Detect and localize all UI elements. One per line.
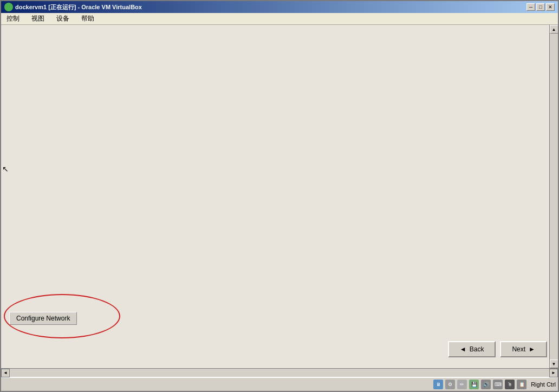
next-label: Next [512,345,525,353]
menu-item-control[interactable]: 控制 [3,13,23,24]
menu-item-help[interactable]: 帮助 [78,13,98,24]
vm-content-area: ↖ ▲ ▼ Configure Network ◄ Back Next ► [1,25,558,368]
title-bar-left: dockervm1 [正在运行] - Oracle VM VirtualBox [4,3,142,11]
taskbar-icon-7[interactable]: 🖱 [505,380,515,389]
mouse-cursor: ↖ [2,165,9,173]
taskbar-icon-8[interactable]: 📋 [517,380,526,389]
configure-network-button[interactable]: Configure Network [9,312,77,325]
minimize-button[interactable]: ─ [526,3,535,11]
scroll-up-button[interactable]: ▲ [550,25,558,34]
next-arrow-icon: ► [529,345,535,353]
restore-icon: □ [539,4,542,10]
scroll-right-icon: ► [551,370,556,375]
back-label: Back [470,345,484,353]
menu-bar: 控制 视图 设备 帮助 [1,13,558,25]
next-button[interactable]: Next ► [500,341,547,357]
window-title: dockervm1 [正在运行] - Oracle VM VirtualBox [15,3,142,11]
right-ctrl-label: Right Ctrl [531,381,556,388]
scroll-up-icon: ▲ [552,27,556,32]
menu-item-view[interactable]: 视图 [28,13,48,24]
taskbar: 🖥 ⚙ ✏ 💾 🔊 ⌨ 🖱 📋 Right Ctrl [1,377,558,391]
navigation-buttons: ◄ Back Next ► [448,341,547,357]
back-arrow-icon: ◄ [460,345,466,353]
scroll-left-button[interactable]: ◄ [1,369,10,377]
vertical-scrollbar: ▲ ▼ [549,25,558,368]
scroll-left-icon: ◄ [3,370,8,375]
scroll-down-button[interactable]: ▼ [550,360,558,368]
minimize-icon: ─ [529,4,532,10]
back-button[interactable]: ◄ Back [448,341,496,357]
title-buttons: ─ □ ✕ [526,3,555,11]
virtualbox-window: dockervm1 [正在运行] - Oracle VM VirtualBox … [0,0,559,392]
scroll-down-icon: ▼ [552,362,556,367]
taskbar-icon-4[interactable]: 💾 [469,380,479,389]
vm-status-icon [4,3,13,11]
close-button[interactable]: ✕ [546,3,555,11]
taskbar-icon-2[interactable]: ⚙ [445,380,455,389]
taskbar-icon-3[interactable]: ✏ [457,380,467,389]
taskbar-icon-5[interactable]: 🔊 [481,380,491,389]
taskbar-icon-1[interactable]: 🖥 [433,380,443,389]
scroll-right-button[interactable]: ► [549,369,558,377]
close-icon: ✕ [548,4,552,10]
title-bar: dockervm1 [正在运行] - Oracle VM VirtualBox … [1,1,558,13]
menu-item-devices[interactable]: 设备 [53,13,73,24]
restore-button[interactable]: □ [536,3,545,11]
taskbar-icon-6[interactable]: ⌨ [493,380,503,389]
horizontal-scrollbar: ◄ ► [1,368,558,377]
